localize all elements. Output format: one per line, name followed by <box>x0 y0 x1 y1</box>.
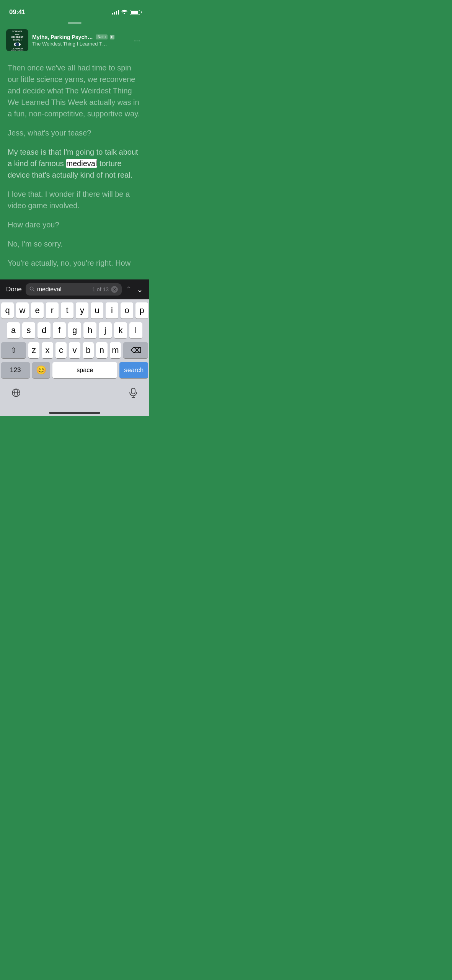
shift-icon: ⇧ <box>11 346 16 354</box>
search-clear-button[interactable]: ✕ <box>111 286 118 293</box>
keyboard-row-4: 123 😊 space search <box>0 362 149 378</box>
transcript-paragraph-1: Then once we've all had time to spin our… <box>8 62 142 119</box>
key-v[interactable]: v <box>69 342 80 358</box>
search-input[interactable]: medieval <box>37 286 90 293</box>
key-s[interactable]: s <box>22 322 35 338</box>
nature-badge: Natu <box>96 34 108 39</box>
keyboard[interactable]: q w e r t y u i o p a s d f g h j k l ⇧ … <box>0 299 149 409</box>
search-field-icon <box>29 286 35 293</box>
key-f[interactable]: f <box>53 322 66 338</box>
globe-icon[interactable] <box>8 384 24 401</box>
explicit-badge: E <box>110 35 114 39</box>
key-j[interactable]: j <box>99 322 112 338</box>
show-name: The Weirdest Thing I Learned This We <box>32 41 109 47</box>
key-l[interactable]: l <box>129 322 142 338</box>
keyboard-row-3: ⇧ z x c v b n m ⌫ <box>0 342 149 358</box>
key-z[interactable]: z <box>28 342 39 358</box>
status-icons <box>112 9 140 15</box>
shift-key[interactable]: ⇧ <box>1 342 26 358</box>
transcript-paragraph-7: You're actually, no, you're right. How <box>8 257 142 269</box>
delete-icon: ⌫ <box>131 346 141 355</box>
status-time: 09:41 <box>9 8 25 16</box>
home-indicator <box>0 409 149 416</box>
key-d[interactable]: d <box>38 322 51 338</box>
key-y[interactable]: y <box>76 302 88 318</box>
key-o[interactable]: o <box>121 302 133 318</box>
highlighted-word: medieval <box>66 159 97 168</box>
microphone-icon[interactable] <box>125 384 142 401</box>
episode-title: Myths, Parking Psychology <box>32 34 93 40</box>
transcript-area: Then once we've all had time to spin our… <box>0 56 149 279</box>
key-p[interactable]: p <box>135 302 148 318</box>
key-q[interactable]: q <box>1 302 14 318</box>
key-h[interactable]: h <box>83 322 96 338</box>
keyboard-bottom-bar <box>0 382 149 407</box>
transcript-paragraph-3: My tease is that I'm going to talk about… <box>8 146 142 181</box>
keyboard-row-2: a s d f g h j k l <box>0 322 149 338</box>
transcript-text-2: Jess, what's your tease? <box>8 129 91 137</box>
search-nav-arrows[interactable]: ⌃ ⌄ <box>126 285 143 294</box>
transcript-text-5: How dare you? <box>8 220 59 229</box>
key-x[interactable]: x <box>42 342 53 358</box>
mini-player[interactable]: POPULAR SCIENCE THEWEIRDESTTHING I LEARN… <box>0 26 149 54</box>
key-a[interactable]: a <box>7 322 20 338</box>
search-count: 1 of 13 <box>92 286 109 292</box>
emoji-key[interactable]: 😊 <box>32 362 50 378</box>
key-n[interactable]: n <box>96 342 107 358</box>
key-m[interactable]: m <box>110 342 121 358</box>
wifi-icon <box>121 9 127 15</box>
delete-key[interactable]: ⌫ <box>123 342 148 358</box>
search-bar[interactable]: Done medieval 1 of 13 ✕ ⌃ ⌄ <box>0 279 149 299</box>
key-g[interactable]: g <box>68 322 81 338</box>
podcast-info: Myths, Parking Psychology Natu E The Wei… <box>32 34 127 47</box>
status-bar: 09:41 <box>0 0 149 19</box>
key-k[interactable]: k <box>114 322 127 338</box>
key-b[interactable]: b <box>83 342 94 358</box>
podcast-artwork: POPULAR SCIENCE THEWEIRDESTTHING I LEARN… <box>6 29 28 51</box>
transcript-paragraph-6: No, I'm so sorry. <box>8 238 142 250</box>
key-r[interactable]: r <box>46 302 59 318</box>
drag-indicator <box>0 19 149 26</box>
signal-icon <box>112 10 119 15</box>
svg-rect-7 <box>131 388 135 394</box>
keyboard-row-1: q w e r t y u i o p <box>0 302 149 318</box>
space-key[interactable]: space <box>52 362 117 378</box>
transcript-text-6: No, I'm so sorry. <box>8 240 62 248</box>
transcript-paragraph-2: Jess, what's your tease? <box>8 127 142 139</box>
key-c[interactable]: c <box>55 342 67 358</box>
key-u[interactable]: u <box>91 302 103 318</box>
search-prev-button[interactable]: ⌃ <box>126 285 132 294</box>
more-options-button[interactable]: ··· <box>131 34 143 46</box>
transcript-text-1: Then once we've all had time to spin our… <box>8 64 140 118</box>
transcript-paragraph-5: How dare you? <box>8 219 142 230</box>
transcript-paragraph-4: I love that. I wonder if there will be a… <box>8 188 142 211</box>
key-e[interactable]: e <box>31 302 44 318</box>
transcript-text-7: You're actually, no, you're right. How <box>8 259 131 267</box>
search-field[interactable]: medieval 1 of 13 ✕ <box>26 283 122 296</box>
search-next-button[interactable]: ⌄ <box>137 285 143 294</box>
search-key[interactable]: search <box>119 362 148 378</box>
svg-line-1 <box>33 289 34 291</box>
battery-icon <box>130 10 140 15</box>
key-w[interactable]: w <box>16 302 29 318</box>
key-t[interactable]: t <box>61 302 73 318</box>
home-pill <box>49 412 100 414</box>
done-button[interactable]: Done <box>6 286 22 293</box>
transcript-text-4: I love that. I wonder if there will be a… <box>8 190 130 210</box>
numbers-key[interactable]: 123 <box>1 362 30 378</box>
transcript-text-3: My tease is that I'm going to talk about… <box>8 148 138 179</box>
key-i[interactable]: i <box>106 302 118 318</box>
